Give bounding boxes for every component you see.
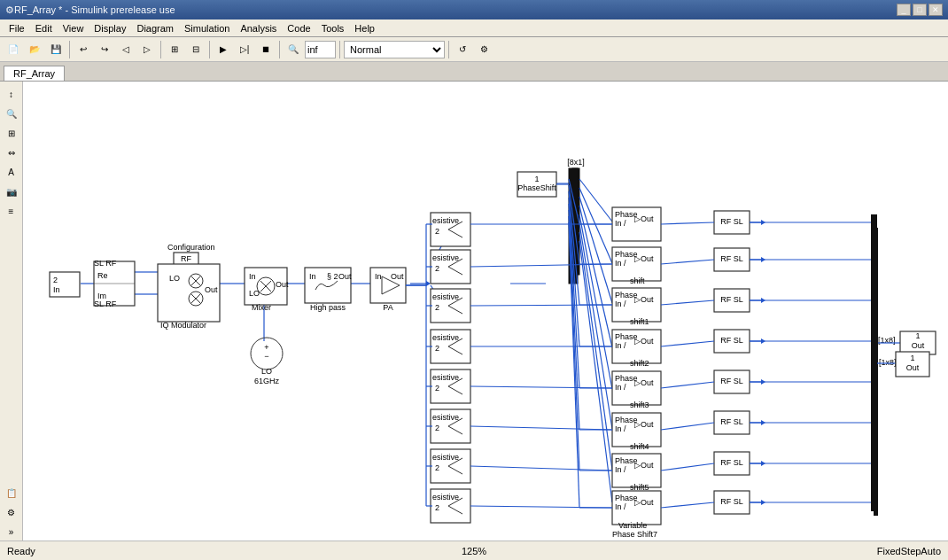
save-button[interactable]: 💾: [46, 40, 66, 59]
zoom-button[interactable]: 🔍: [284, 40, 303, 59]
svg-text:esistive: esistive: [432, 493, 459, 502]
svg-text:In: In: [249, 272, 256, 281]
svg-text:esistive: esistive: [432, 413, 459, 422]
settings-button[interactable]: ⚙: [474, 40, 493, 59]
svg-text:In /: In /: [615, 502, 626, 511]
menu-help[interactable]: Help: [349, 22, 380, 35]
library-button[interactable]: ⊞: [165, 40, 184, 59]
svg-text:RF  SL: RF SL: [720, 377, 743, 385]
svg-text:Phase Shift7: Phase Shift7: [612, 530, 657, 539]
svg-text:Out: Out: [906, 363, 920, 372]
annotate-tool[interactable]: A: [3, 163, 20, 181]
menu-diagram[interactable]: Diagram: [131, 22, 179, 35]
svg-text:RF  SL: RF SL: [720, 254, 743, 263]
tab-rf-array[interactable]: RF_Array: [4, 66, 65, 81]
menu-tools[interactable]: Tools: [316, 22, 350, 35]
svg-text:2: 2: [435, 503, 439, 512]
minimize-button[interactable]: _: [897, 4, 911, 16]
select-tool[interactable]: ↕: [3, 85, 20, 103]
svg-text:▷Out: ▷Out: [634, 498, 654, 507]
svg-text:shift4: shift4: [630, 442, 649, 451]
svg-text:▷Out: ▷Out: [634, 420, 654, 429]
close-button[interactable]: ✕: [929, 4, 943, 16]
forward-button[interactable]: ▷: [137, 40, 157, 59]
redo-button[interactable]: ↪: [95, 40, 114, 59]
snapshot-tool[interactable]: 📷: [3, 183, 20, 200]
statusbar: Ready 125% FixedStepAuto: [0, 541, 948, 560]
diagram-canvas[interactable]: [1x8] 1 Out 2 In Re Im SL RF SL RF Confi…: [23, 82, 948, 541]
svg-text:shift3: shift3: [630, 401, 649, 409]
svg-text:▷Out: ▷Out: [634, 337, 654, 346]
svg-text:2: 2: [435, 227, 439, 236]
svg-text:esistive: esistive: [432, 292, 459, 301]
svg-text:Out: Out: [276, 280, 289, 289]
svg-text:§ 2: § 2: [327, 272, 338, 281]
undo-button[interactable]: ↩: [74, 40, 93, 59]
zoom-tool[interactable]: 🔍: [3, 105, 20, 122]
bottom-tool3[interactable]: »: [3, 523, 20, 541]
sep2: [160, 41, 161, 58]
svg-text:RF  SL: RF SL: [720, 458, 743, 467]
menu-display[interactable]: Display: [89, 22, 131, 35]
sep5: [339, 41, 340, 58]
svg-text:In /: In /: [615, 259, 626, 268]
svg-text:1: 1: [910, 354, 914, 362]
svg-text:RF  SL: RF SL: [720, 417, 743, 426]
new-button[interactable]: 📄: [4, 40, 23, 59]
svg-text:▷Out: ▷Out: [634, 254, 654, 263]
svg-text:In: In: [53, 285, 60, 294]
svg-text:Mixer: Mixer: [252, 303, 271, 312]
menu-simulation[interactable]: Simulation: [179, 22, 235, 35]
back-button[interactable]: ◁: [116, 40, 136, 59]
step-button[interactable]: ▷|: [235, 40, 254, 59]
svg-text:esistive: esistive: [432, 373, 459, 382]
window-controls[interactable]: _ □ ✕: [897, 4, 943, 16]
svg-text:RF  SL: RF SL: [720, 336, 743, 345]
menu-edit[interactable]: Edit: [30, 22, 58, 35]
svg-text:In /: In /: [615, 383, 626, 392]
fit-tool[interactable]: ⇔: [3, 144, 20, 161]
toolbar: 📄 📂 💾 ↩ ↪ ◁ ▷ ⊞ ⊟ ▶ ▷| ⏹ 🔍 Normal Accele…: [0, 37, 948, 62]
open-button[interactable]: 📂: [25, 40, 44, 59]
main-content: ↕ 🔍 ⊞ ⇔ A 📷 ≡ 📋 ⚙ »: [0, 82, 948, 541]
sep3: [209, 41, 210, 58]
svg-text:Out: Out: [391, 272, 404, 281]
stop-button[interactable]: ⏹: [256, 40, 276, 59]
menu-view[interactable]: View: [58, 22, 89, 35]
menu-code[interactable]: Code: [282, 22, 315, 35]
grid-tool[interactable]: ⊞: [3, 124, 20, 142]
menubar: File Edit View Display Diagram Simulatio…: [0, 19, 948, 37]
sep6: [448, 41, 449, 58]
app-icon: ⚙: [5, 4, 14, 16]
svg-text:PA: PA: [383, 303, 392, 312]
svg-text:Variable: Variable: [618, 521, 647, 530]
bottom-tool2[interactable]: ⚙: [3, 503, 20, 521]
svg-text:LO: LO: [169, 274, 180, 283]
menu-file[interactable]: File: [4, 22, 30, 35]
svg-text:In: In: [309, 272, 316, 281]
align-tool[interactable]: ≡: [3, 202, 20, 220]
menu-analysis[interactable]: Analysis: [235, 22, 282, 35]
model-explorer-button[interactable]: ⊟: [186, 40, 206, 59]
refresh-button[interactable]: ↺: [453, 40, 472, 59]
svg-text:esistive: esistive: [432, 253, 459, 262]
svg-text:RF  SL: RF SL: [720, 295, 743, 304]
svg-text:Configuration: Configuration: [167, 243, 215, 252]
zoom-level: 125%: [462, 546, 486, 556]
run-button[interactable]: ▶: [214, 40, 233, 59]
svg-text:▷Out: ▷Out: [634, 295, 654, 304]
bottom-tool1[interactable]: 📋: [3, 484, 20, 502]
svg-text:SL RF: SL RF: [94, 259, 117, 268]
svg-text:1: 1: [534, 175, 539, 183]
svg-text:shift2: shift2: [630, 359, 649, 368]
left-toolbar: ↕ 🔍 ⊞ ⇔ A 📷 ≡ 📋 ⚙ »: [0, 82, 23, 541]
svg-text:61GHz: 61GHz: [254, 377, 280, 385]
svg-text:SL RF: SL RF: [94, 299, 117, 308]
svg-text:+: +: [264, 343, 268, 352]
svg-text:Out: Out: [912, 341, 925, 350]
maximize-button[interactable]: □: [913, 4, 927, 16]
tabbar: RF_Array: [0, 62, 948, 82]
svg-text:In /: In /: [615, 341, 626, 350]
zoom-input[interactable]: [305, 41, 336, 58]
sim-mode-select[interactable]: Normal Accelerator Rapid Accelerator: [344, 41, 445, 58]
